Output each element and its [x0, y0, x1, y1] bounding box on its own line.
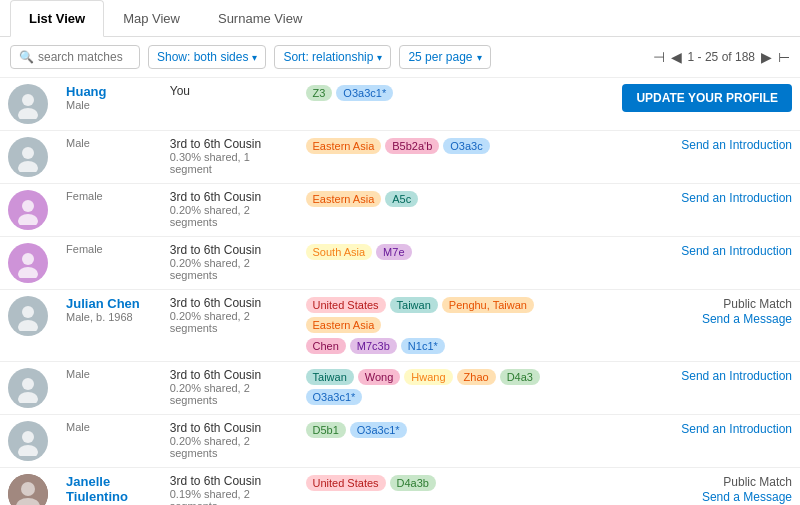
tag: Chen — [306, 338, 346, 354]
tags-cell: United StatesTaiwanPenghu, TaiwanEastern… — [297, 290, 608, 362]
person-gender: Male, b. 1968 — [66, 311, 154, 323]
avatar — [8, 190, 48, 230]
action-cell: Public Match Send a Message — [608, 468, 800, 506]
tags-cell: United StatesD4a3b — [297, 468, 608, 506]
tab-list-view[interactable]: List View — [10, 0, 104, 37]
tab-surname-view[interactable]: Surname View — [199, 0, 321, 37]
pagination-text: 1 - 25 of 188 — [688, 50, 755, 64]
tag: N1c1* — [401, 338, 445, 354]
name-cell: Julian ChenMale, b. 1968 — [58, 290, 162, 362]
show-both-control[interactable]: Show: both sides ▾ — [148, 45, 266, 69]
name-cell: Male — [58, 131, 162, 184]
person-name[interactable]: Janelle Tiulentino — [66, 474, 128, 504]
avatar-cell — [0, 131, 58, 184]
person-gender: Female — [66, 190, 154, 202]
send-introduction-link[interactable]: Send an Introduction — [681, 191, 792, 205]
person-name[interactable]: Huang — [66, 84, 106, 99]
sort-control[interactable]: Sort: relationship ▾ — [274, 45, 391, 69]
person-gender: Male — [66, 99, 154, 111]
send-message-link[interactable]: Send a Message — [702, 490, 792, 504]
tag: Eastern Asia — [306, 138, 382, 154]
send-introduction-link[interactable]: Send an Introduction — [681, 369, 792, 383]
show-both-label: Show: both sides — [157, 50, 248, 64]
relationship-detail: 0.20% shared, 2 segments — [170, 435, 289, 459]
avatar-cell — [0, 468, 58, 506]
table-row: Female 3rd to 6th Cousin 0.20% shared, 2… — [0, 184, 800, 237]
relationship-cell: 3rd to 6th Cousin 0.30% shared, 1 segmen… — [162, 131, 297, 184]
relationship-label: 3rd to 6th Cousin — [170, 474, 289, 488]
svg-point-5 — [18, 214, 38, 225]
avatar — [8, 421, 48, 461]
action-cell: Send an Introduction — [608, 237, 800, 290]
action-cell: Send an Introduction — [608, 362, 800, 415]
pagination-nav-prev[interactable]: ◀ — [671, 49, 682, 65]
tag: South Asia — [306, 244, 373, 260]
svg-point-12 — [22, 431, 34, 443]
svg-point-3 — [18, 161, 38, 172]
toolbar: 🔍 Show: both sides ▾ Sort: relationship … — [0, 37, 800, 78]
action-cell: Send an Introduction — [608, 415, 800, 468]
relationship-cell: 3rd to 6th Cousin 0.20% shared, 2 segmen… — [162, 415, 297, 468]
action-group: Public Match Send a Message — [616, 296, 792, 326]
send-message-link[interactable]: Send a Message — [702, 312, 792, 326]
table-row: Male 3rd to 6th Cousin 0.20% shared, 2 s… — [0, 415, 800, 468]
svg-point-1 — [18, 108, 38, 119]
tag: Z3 — [306, 85, 333, 101]
tags-cell: Z3O3a3c1* — [297, 78, 608, 131]
relationship-detail: 0.20% shared, 2 segments — [170, 382, 289, 406]
tag: M7c3b — [350, 338, 397, 354]
tag: O3a3c — [443, 138, 489, 154]
pagination-nav-next[interactable]: ▶ — [761, 49, 772, 65]
send-introduction-link[interactable]: Send an Introduction — [681, 138, 792, 152]
svg-point-6 — [22, 253, 34, 265]
avatar — [8, 474, 48, 505]
person-name[interactable]: Julian Chen — [66, 296, 140, 311]
pagination-nav-start[interactable]: ⊣ — [653, 49, 665, 65]
show-both-arrow: ▾ — [252, 52, 257, 63]
search-box[interactable]: 🔍 — [10, 45, 140, 69]
tag: United States — [306, 475, 386, 491]
tag: D4a3 — [500, 369, 540, 385]
tags-cell: South AsiaM7e — [297, 237, 608, 290]
avatar — [8, 84, 48, 124]
send-introduction-link[interactable]: Send an Introduction — [681, 422, 792, 436]
person-gender: Male — [66, 137, 154, 149]
relationship-detail: 0.30% shared, 1 segment — [170, 151, 289, 175]
avatar-cell — [0, 362, 58, 415]
tabs-container: List View Map View Surname View 🔍 Show: … — [0, 0, 800, 78]
action-group: Public Match Send a Message — [616, 474, 792, 504]
name-cell: HuangMale — [58, 78, 162, 131]
svg-point-2 — [22, 147, 34, 159]
tag: Eastern Asia — [306, 191, 382, 207]
tag: D4a3b — [390, 475, 436, 491]
relationship-label: 3rd to 6th Cousin — [170, 421, 289, 435]
person-gender: Male — [66, 421, 154, 433]
avatar-cell — [0, 415, 58, 468]
per-page-control[interactable]: 25 per page ▾ — [399, 45, 490, 69]
tag: M7e — [376, 244, 411, 260]
send-introduction-link[interactable]: Send an Introduction — [681, 244, 792, 258]
pagination-nav-end[interactable]: ⊢ — [778, 49, 790, 65]
search-icon: 🔍 — [19, 50, 34, 64]
svg-point-9 — [18, 320, 38, 331]
tag: Taiwan — [306, 369, 354, 385]
svg-point-13 — [18, 445, 38, 456]
tags-cell: Eastern AsiaA5c — [297, 184, 608, 237]
tag: A5c — [385, 191, 418, 207]
avatar — [8, 137, 48, 177]
name-cell: Janelle TiulentinoFemale — [58, 468, 162, 506]
svg-point-10 — [22, 378, 34, 390]
relationship-detail: 0.19% shared, 2 segments — [170, 488, 289, 505]
relationship-cell: You — [162, 78, 297, 131]
tab-bar: List View Map View Surname View — [0, 0, 800, 37]
matches-table: HuangMale You Z3O3a3c1* UPDATE YOUR PROF… — [0, 78, 800, 505]
tags-cell: Eastern AsiaB5b2a'bO3a3c — [297, 131, 608, 184]
person-gender: Female — [66, 243, 154, 255]
update-profile-button[interactable]: UPDATE YOUR PROFILE — [622, 84, 792, 112]
name-cell: Female — [58, 184, 162, 237]
search-input[interactable] — [38, 50, 131, 64]
svg-point-8 — [22, 306, 34, 318]
tab-map-view[interactable]: Map View — [104, 0, 199, 37]
relationship-label: 3rd to 6th Cousin — [170, 137, 289, 151]
relationship-label: 3rd to 6th Cousin — [170, 190, 289, 204]
